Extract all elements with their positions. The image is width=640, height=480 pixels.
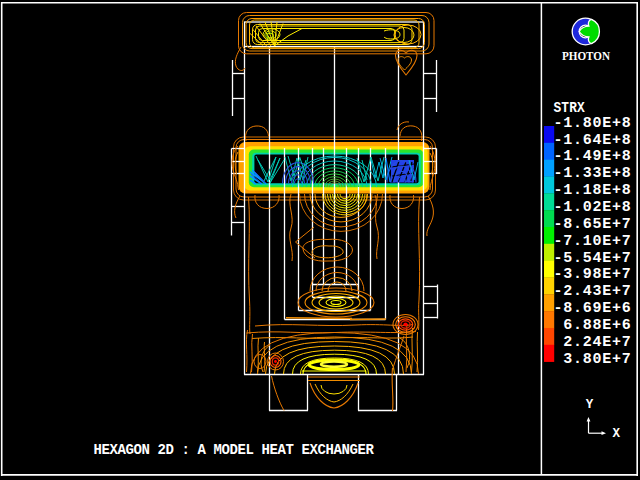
svg-text:-8.69E+6: -8.69E+6: [554, 300, 632, 317]
svg-text:-8.65E+7: -8.65E+7: [554, 216, 632, 233]
svg-text:-1.80E+8: -1.80E+8: [554, 115, 632, 132]
svg-text:HEXAGON 2D : A MODEL HEAT EXCH: HEXAGON 2D : A MODEL HEAT EXCHANGER: [94, 442, 375, 458]
svg-text:X: X: [613, 427, 621, 441]
svg-text:-1.33E+8: -1.33E+8: [554, 165, 632, 182]
svg-text:Y: Y: [586, 398, 594, 412]
svg-text:PHOTON: PHOTON: [562, 48, 610, 63]
svg-text:2.24E+7: 2.24E+7: [563, 334, 631, 351]
svg-text:STRX: STRX: [554, 100, 586, 116]
svg-text:-5.54E+7: -5.54E+7: [554, 250, 632, 267]
svg-text:3.80E+7: 3.80E+7: [563, 351, 631, 368]
svg-text:-1.64E+8: -1.64E+8: [554, 132, 632, 149]
svg-text:-7.10E+7: -7.10E+7: [554, 233, 632, 250]
svg-text:6.88E+6: 6.88E+6: [563, 317, 631, 334]
svg-text:-1.49E+8: -1.49E+8: [554, 148, 632, 165]
svg-text:-2.43E+7: -2.43E+7: [554, 283, 632, 300]
svg-text:-3.98E+7: -3.98E+7: [554, 266, 632, 283]
svg-text:-1.18E+8: -1.18E+8: [554, 182, 632, 199]
svg-text:-1.02E+8: -1.02E+8: [554, 199, 632, 216]
